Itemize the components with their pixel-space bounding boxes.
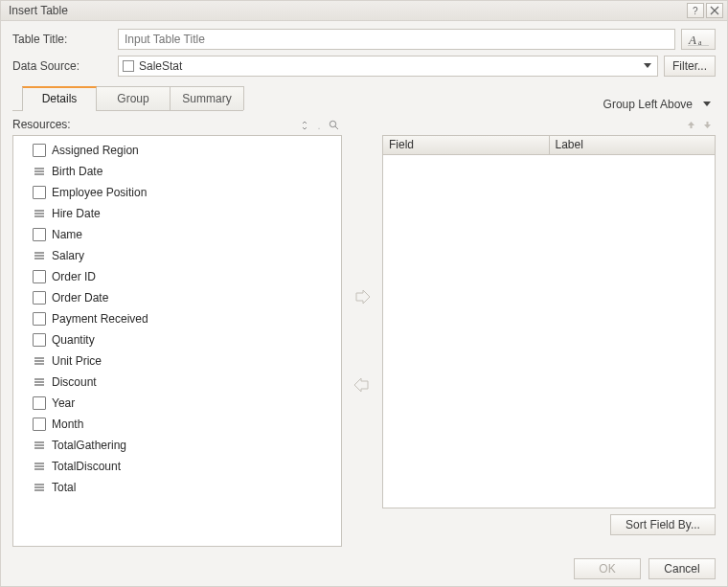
list-item-label: Payment Received <box>52 312 148 326</box>
list-item-label: Discount <box>52 375 97 389</box>
column-header-field[interactable]: Field <box>383 136 550 154</box>
svg-text:a: a <box>698 38 702 46</box>
list-item-label: Salary <box>52 249 84 262</box>
list-item[interactable]: Payment Received <box>15 308 339 329</box>
list-item-label: Birth Date <box>52 165 102 178</box>
help-button[interactable]: ? <box>687 3 704 18</box>
cancel-button[interactable]: Cancel <box>648 558 716 579</box>
list-item-label: Month <box>52 418 83 431</box>
transfer-buttons <box>342 135 382 547</box>
list-item[interactable]: Name <box>15 224 339 245</box>
list-item-label: Order Date <box>52 291 108 305</box>
list-item-label: TotalDiscount <box>52 460 121 473</box>
list-item[interactable]: Birth Date <box>15 161 339 182</box>
move-up-button[interactable] <box>684 119 697 132</box>
text-field-icon <box>33 270 46 283</box>
list-item[interactable]: Total <box>15 477 339 498</box>
table-title-label: Table Title: <box>12 33 118 46</box>
body-area: Assigned RegionBirth DateEmployee Positi… <box>12 135 716 547</box>
table-title-input[interactable] <box>118 29 675 50</box>
cube-icon <box>123 60 134 72</box>
insert-table-dialog: Insert Table ? Table Title: A a Data Sou… <box>0 0 728 587</box>
list-item[interactable]: Hire Date <box>15 203 339 224</box>
text-field-icon <box>33 144 46 157</box>
text-field-icon <box>33 291 46 305</box>
magnifier-icon <box>329 120 339 130</box>
sort-field-by-button[interactable]: Sort Field By... <box>610 514 716 535</box>
dialog-content: Table Title: A a Data Source: SaleStat F… <box>1 21 727 553</box>
resources-list[interactable]: Assigned RegionBirth DateEmployee Positi… <box>12 135 342 547</box>
sort-updown-icon <box>300 121 309 130</box>
list-item-label: Unit Price <box>52 354 102 368</box>
list-item-label: Assigned Region <box>52 144 139 157</box>
filter-button[interactable]: Filter... <box>664 56 716 77</box>
data-source-combo[interactable]: SaleStat <box>118 56 658 77</box>
sort-row: Sort Field By... <box>382 514 716 535</box>
text-field-icon <box>33 396 46 410</box>
arrow-up-icon <box>686 120 696 130</box>
tab-group[interactable]: Group <box>96 86 171 110</box>
column-header-label[interactable]: Label <box>550 136 716 154</box>
table-title-row: Table Title: A a <box>12 29 716 50</box>
svg-rect-4 <box>690 124 692 128</box>
selected-fields-table[interactable]: Field Label <box>382 135 716 508</box>
tab-summary[interactable]: Summary <box>170 86 244 110</box>
text-field-icon <box>33 333 46 347</box>
close-button[interactable] <box>706 3 723 18</box>
numeric-field-icon <box>33 439 46 452</box>
arrow-down-icon <box>702 120 713 130</box>
list-item-label: Name <box>52 228 82 241</box>
list-item[interactable]: Salary <box>15 245 339 266</box>
numeric-field-icon <box>33 481 46 494</box>
font-icon: A a <box>688 33 709 46</box>
svg-point-3 <box>330 121 335 126</box>
close-icon <box>710 6 719 15</box>
list-item[interactable]: Order Date <box>15 287 339 308</box>
remove-field-button[interactable] <box>352 374 373 395</box>
text-field-icon <box>33 418 46 431</box>
dialog-title: Insert Table <box>9 4 685 17</box>
list-item-label: Year <box>52 396 75 410</box>
list-item[interactable]: Assigned Region <box>15 140 339 161</box>
group-mode-label: Group Left Above <box>603 98 693 111</box>
list-item[interactable]: Quantity <box>15 329 339 350</box>
text-field-icon <box>33 312 46 326</box>
list-item[interactable]: Discount <box>15 372 339 393</box>
list-item-label: Order ID <box>52 270 96 283</box>
numeric-field-icon <box>33 354 46 368</box>
font-style-button[interactable]: A a <box>681 29 716 50</box>
data-source-value: SaleStat <box>139 59 640 73</box>
list-item[interactable]: TotalGathering <box>15 435 339 456</box>
group-mode-selector[interactable]: Group Left Above <box>243 98 716 111</box>
list-item[interactable]: Month <box>15 414 339 435</box>
list-item-label: Hire Date <box>52 207 101 220</box>
list-item[interactable]: TotalDiscount <box>15 456 339 477</box>
tab-details[interactable]: Details <box>22 86 97 110</box>
right-column: Field Label Sort Field By... <box>382 135 716 547</box>
numeric-field-icon <box>33 165 46 178</box>
titlebar: Insert Table ? <box>1 1 727 21</box>
list-item[interactable]: Order ID <box>15 266 339 287</box>
data-source-label: Data Source: <box>12 59 118 73</box>
chevron-down-icon <box>700 98 714 111</box>
svg-rect-5 <box>706 122 708 125</box>
tabbar: DetailsGroupSummary <box>12 86 243 111</box>
svg-text:?: ? <box>693 6 698 15</box>
list-item[interactable]: Year <box>15 393 339 414</box>
search-icon[interactable] <box>327 119 340 132</box>
list-item[interactable]: Unit Price <box>15 350 339 372</box>
add-field-button[interactable] <box>352 286 373 307</box>
dialog-buttons: OK Cancel <box>1 553 727 586</box>
sort-icon[interactable] <box>298 119 311 132</box>
list-item-label: Employee Position <box>52 186 147 199</box>
chevron-down-icon <box>640 63 655 68</box>
numeric-field-icon <box>33 249 46 262</box>
move-down-button[interactable] <box>700 119 714 132</box>
list-item-label: TotalGathering <box>52 439 126 452</box>
list-item[interactable]: Employee Position <box>15 182 339 203</box>
list-item-label: Quantity <box>52 333 95 347</box>
ok-button[interactable]: OK <box>574 558 641 579</box>
svg-text:A: A <box>688 33 696 46</box>
arrow-left-icon <box>354 378 370 392</box>
help-icon: ? <box>691 6 700 15</box>
